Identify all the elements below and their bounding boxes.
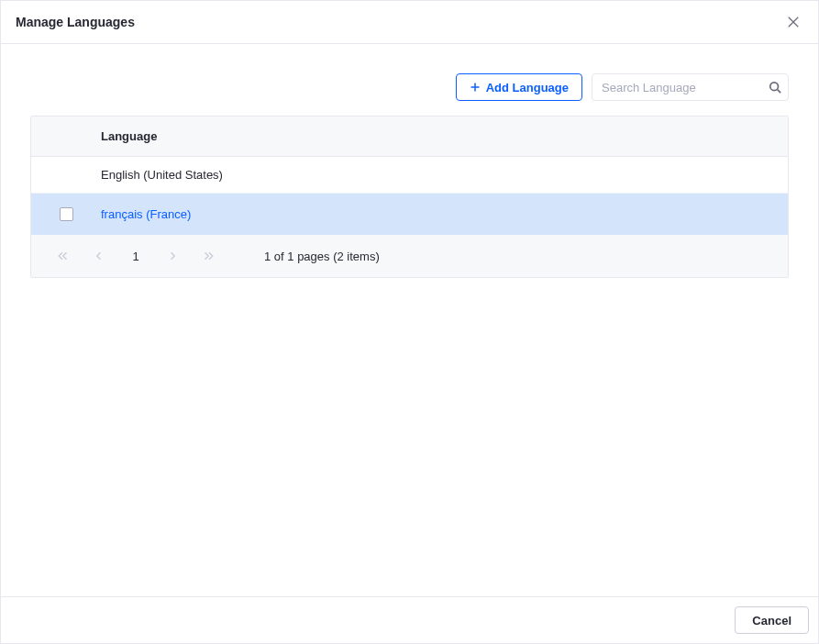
languages-table-wrap: Language English (United States) bbox=[30, 116, 789, 278]
toolbar: Add Language bbox=[30, 73, 789, 101]
table-row[interactable]: English (United States) bbox=[31, 157, 788, 194]
manage-languages-modal: Manage Languages Add Language bbox=[0, 0, 819, 644]
add-language-button[interactable]: Add Language bbox=[456, 73, 582, 101]
language-cell: français (France) bbox=[84, 194, 788, 235]
search-input[interactable] bbox=[592, 73, 789, 101]
close-icon bbox=[787, 16, 800, 28]
plus-icon bbox=[470, 82, 481, 93]
modal-header: Manage Languages bbox=[1, 1, 818, 44]
language-column-header: Language bbox=[84, 117, 788, 157]
table-header-row: Language bbox=[31, 117, 788, 157]
modal-title: Manage Languages bbox=[16, 15, 135, 29]
chevron-double-left-icon bbox=[57, 250, 68, 261]
chevron-right-icon bbox=[167, 250, 178, 261]
pagination-info: 1 of 1 pages (2 items) bbox=[264, 250, 380, 263]
next-page-button[interactable] bbox=[158, 244, 187, 268]
add-language-label: Add Language bbox=[486, 81, 569, 94]
row-checkbox-cell bbox=[31, 194, 84, 235]
chevron-left-icon bbox=[94, 250, 105, 261]
pagination: 1 1 of 1 pages (2 items) bbox=[31, 235, 788, 277]
cancel-button[interactable]: Cancel bbox=[735, 606, 809, 634]
modal-footer: Cancel bbox=[1, 596, 818, 643]
prev-page-button[interactable] bbox=[84, 244, 114, 268]
row-checkbox[interactable] bbox=[60, 207, 73, 221]
table-row[interactable]: français (France) bbox=[31, 194, 788, 235]
checkbox-column-header bbox=[31, 117, 84, 157]
row-checkbox-cell bbox=[31, 157, 84, 194]
language-label: English (United States) bbox=[101, 168, 223, 182]
last-page-button[interactable] bbox=[194, 244, 224, 268]
close-button[interactable] bbox=[783, 12, 803, 32]
first-page-button[interactable] bbox=[48, 244, 77, 268]
language-link[interactable]: français (France) bbox=[101, 207, 191, 221]
search-wrap bbox=[592, 73, 789, 101]
languages-table: Language English (United States) bbox=[31, 117, 788, 235]
chevron-double-right-icon bbox=[204, 250, 215, 261]
language-cell: English (United States) bbox=[84, 157, 788, 194]
current-page: 1 bbox=[121, 250, 150, 263]
modal-body: Add Language Language bbox=[1, 44, 818, 596]
